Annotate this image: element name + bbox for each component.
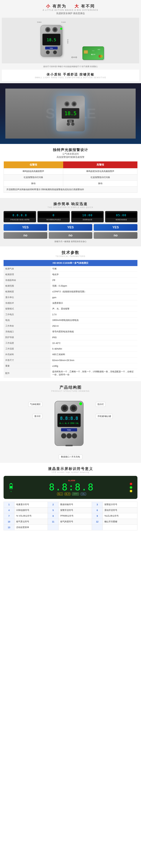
structure-section: 产品结构图 PRODUCT STRUCTURE DRAWING 气体检测区 显示… [0,381,141,463]
device-btn-1[interactable] [67,122,70,126]
no-btn-2[interactable]: no [49,232,93,239]
symbol-num-13: 13 [4,525,14,530]
alert-desc1: 让气体浓度达到 [4,152,137,156]
operation-title-en: THE OPERATION IS SIMPLE AND QUICK [4,207,137,208]
spec-label-14: 工作湿度 [4,346,50,352]
svg-point-2 [46,28,49,31]
led-red [130,483,132,485]
sensor-inner-2 [73,103,75,105]
display-label-3: 检测器加速报道 [106,219,137,221]
svg-text:hdar: hdar [67,429,71,431]
lcd-alarm-label: ALARM [68,479,75,482]
label-sensor-area: 气体检测区 [28,402,42,407]
display-item-3: 05:00 检测器加速报道 [105,211,138,222]
yes-btn-3[interactable]: YES [94,224,137,231]
specs-title-cn: 技术参数 [4,250,137,255]
card-compare: •••• 银行卡 ABC [82,46,104,60]
spec-row-3: 检测范围 范围：0-20ppm [4,283,137,289]
spec-label-10: 工作寿命 [4,323,50,329]
vs-divider: ⟺ [71,55,77,60]
lcd-zero-tag: ZERO [72,493,79,495]
lcd-section: 液晶显示屏标识符号意义 LCD screen logo symbol meani… [0,463,141,534]
led-yellow [130,490,132,492]
spec-label-8: 工作电压 [4,312,50,317]
spec-row-4: 检测精度 ±15%F.S（低报级别低报警值范围） [4,289,137,294]
spec-row-2: 传感器寿命 2年 [4,278,137,283]
symbol-num-7: 7 [4,513,14,519]
spec-row-7: 报警模式 声、光、震动报警 [4,306,137,312]
spec-label-16: 外形尺寸 [4,358,50,363]
lcd-main-digits: 8.8:8.8 [49,483,94,492]
lcd-title: 液晶显示屏标识符号意义 LCD screen logo symbol meani… [4,466,137,473]
device-btn-2[interactable] [71,122,75,126]
spec-value-1: 电化学 [50,272,138,278]
alert-title-cn: 独特声光振报警设计 [4,148,137,152]
specs-section: 技术参数 TECHNICAL PARAMETERS HD-MOK-C1038单一… [0,246,141,381]
no-buttons-row: no no no [4,232,137,239]
symbol-empty-3 [92,525,103,530]
svg-rect-34 [66,445,73,446]
spec-value-3: 范围：0-20ppm [50,283,138,289]
symbol-row-1: 1 电量显示符号 2 数据传输符号 3 报警提示符号 [4,502,137,507]
svg-text:hdar: hdar [50,47,53,49]
label-indicator-light: 指示灯 [96,402,105,407]
svg-point-11 [60,28,62,30]
spec-label-15: 外壳材料 [4,352,50,358]
alert-row-1: 蜂鸣器低高高频报警声 蜂鸣器更加变化高高频报警声 [4,168,137,175]
symbol-row-5: 13 启动设置菜单 [4,525,137,530]
lcd-al-l-tag: AL-L [57,493,63,495]
spec-value-9: 1800mAh锂电池组合锂电池 [50,317,138,323]
device-button-row [67,122,75,126]
battery-icon [9,483,13,490]
spec-value-18: 提供鳄鱼夹一个，乙烯格一个，卸装一个，USB数据线一条，充电适配器一个，合格证一… [50,369,138,378]
symbol-num-11: 11 [48,519,59,525]
yes-btn-2[interactable]: YES [49,224,93,231]
sensor-ports [64,101,77,106]
alert-row2-low: 红蓝报警指示灯闪烁 [4,175,63,181]
hero-has-all: 有所为 [52,4,66,8]
symbol-num-5: 5 [48,507,59,513]
spec-label-17: 重量 [4,363,50,369]
spec-row-9: 电池 1800mAh锂电池组合锂电池 [4,317,137,323]
spec-label-9: 电池 [4,317,50,323]
label-display: 显示区 [33,414,42,419]
svg-rect-15 [84,50,88,54]
label-data-port-area: 数据接口 / 开关充电 [4,455,137,459]
yes-btn-1[interactable]: YES [4,224,47,231]
alert-row1-high: 蜂鸣器更加变化高高频报警声 [63,168,137,175]
handheld-device-container: 5.8cm3.1cm [37,21,66,60]
spec-value-13: 10~40°C [50,340,138,346]
spec-value-4: ±15%F.S（低报级别低报警值范围） [50,289,138,294]
no-btn-1[interactable]: no [4,232,47,239]
alert-row-2: 红蓝报警指示灯闪烁 红蓝报警指示灯闪烁 [4,175,137,181]
hero-tagline: 先进的安全保护 就在您身边 [2,12,139,15]
spec-row-11: 充电端口 骨导内置双电池充电端 [4,329,137,335]
operation-title-cn: 操作简单 响应迅速 [4,202,137,207]
spec-row-16: 外形尺寸 92mm×58mm×28.5mm [4,358,137,363]
display-screen-3: 05:00 [106,213,137,218]
symbol-label-1: 电量显示符号 [14,502,48,507]
specs-table: HD-MOK-C1038单一多气体检测仪 检测气体 可燃 检测原理 电化学 传感… [4,260,137,378]
display-label-1: 有欠绩繁化评估状态 [38,219,69,221]
no-btn-3[interactable]: no [94,232,137,239]
device-main-screen: 18.5 [62,108,79,119]
spec-label-12: 防护等级 [4,335,50,340]
structure-title-cn: 产品结构图 [4,385,137,390]
spec-row-6: 传感技术 油墨屏显示 [4,300,137,306]
glowing-device: 18.5 hdar [56,96,85,131]
spec-row-10: 工作寿命 250+H [4,323,137,329]
display-screen-0: 8.8.8.8 [4,213,35,218]
lcd-al-h-tag: AL-H [65,493,71,495]
spec-value-14: 5~80%RH [50,346,138,352]
spec-row-15: 外壳材料 ABS工程材料 [4,352,137,358]
spec-value-15: ABS工程材料 [50,352,138,358]
operation-section: 操作简单 响应迅速 THE OPERATION IS SIMPLE AND QU… [0,198,141,246]
spec-row-8: 工作电压 3.7V [4,312,137,317]
spec-value-11: 骨导内置双电池充电端 [50,329,138,335]
svg-point-21 [63,406,67,410]
svg-point-9 [46,51,49,54]
lcd-display-mockup: S ALARM 8.8:8.8 AL-L AL-H ZERO CAL [4,476,137,499]
operation-note: 按键方式一健便捷 使用您加安全放心 [4,240,137,243]
alert-row3-low: 振动 [4,181,63,187]
spec-row-0: 检测气体 可燃 [4,266,137,272]
